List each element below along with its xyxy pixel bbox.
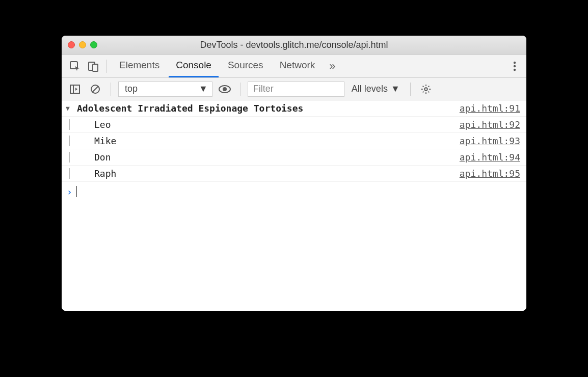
tab-label: Network [280,60,315,71]
levels-label: All levels [352,84,388,94]
context-label: top [125,84,138,94]
main-tabs-bar: Elements Console Sources Network » [62,55,526,78]
device-toolbar-icon[interactable] [85,58,101,74]
inspect-element-icon[interactable] [67,58,83,74]
console-settings-icon[interactable] [418,81,434,97]
tab-elements[interactable]: Elements [112,55,167,77]
show-console-sidebar-icon[interactable] [67,81,83,97]
svg-point-12 [424,88,427,90]
svg-point-3 [514,61,516,63]
svg-line-18 [428,91,429,92]
console-message: Leo api.html:92 [62,117,526,133]
console-message: Mike api.html:93 [62,133,526,149]
log-levels-selector[interactable]: All levels ▼ [349,84,403,94]
chevron-down-icon: ▼ [199,84,208,94]
svg-point-4 [514,65,516,67]
clear-console-icon[interactable] [87,81,103,97]
source-link[interactable]: api.html:94 [460,152,520,163]
minimize-window-button[interactable] [79,41,86,48]
group-title: Adolescent Irradiated Espionage Tortoise… [77,103,303,114]
console-prompt[interactable]: › [62,182,526,201]
window-controls [68,41,97,48]
chevron-down-icon: ▼ [391,84,400,94]
svg-point-11 [223,87,227,91]
tab-label: Console [176,60,211,71]
svg-rect-2 [93,64,98,71]
window-title: DevTools - devtools.glitch.me/console/ap… [62,40,526,50]
menu-button[interactable] [508,61,521,72]
console-group-header[interactable]: ▼ Adolescent Irradiated Espionage Tortoi… [62,100,526,117]
message-text: Don [79,152,111,163]
filter-input[interactable] [248,82,344,97]
prompt-caret-icon: › [67,186,72,197]
divider [410,83,411,96]
console-group-children: Leo api.html:92 Mike api.html:93 Don api… [62,117,526,182]
svg-line-17 [422,86,423,87]
source-link[interactable]: api.html:92 [460,119,520,130]
tab-label: Elements [119,60,159,71]
console-output: ▼ Adolescent Irradiated Espionage Tortoi… [62,100,526,311]
live-expression-icon[interactable] [217,81,233,97]
console-toolbar: top ▼ All levels ▼ [62,78,526,100]
source-link[interactable]: api.html:93 [460,136,520,146]
divider [106,60,107,73]
svg-line-19 [428,86,429,87]
svg-line-9 [92,86,98,92]
disclosure-triangle-icon[interactable]: ▼ [66,104,74,112]
window-titlebar: DevTools - devtools.glitch.me/console/ap… [62,36,526,55]
console-message: Raph api.html:95 [62,166,526,182]
overflow-label: » [329,60,335,72]
source-link[interactable]: api.html:91 [460,103,520,114]
message-text: Leo [79,119,111,130]
divider [111,83,111,96]
divider [240,83,240,96]
more-tabs-button[interactable]: » [324,60,340,73]
svg-point-5 [514,68,516,70]
maximize-window-button[interactable] [90,41,97,48]
console-message: Don api.html:94 [62,149,526,166]
svg-rect-6 [70,85,79,93]
tab-console[interactable]: Console [169,55,219,77]
devtools-window: DevTools - devtools.glitch.me/console/ap… [62,36,526,311]
execution-context-selector[interactable]: top ▼ [118,82,212,97]
tab-label: Sources [228,60,263,71]
close-window-button[interactable] [68,41,75,48]
tab-network[interactable]: Network [273,55,323,77]
svg-line-20 [422,91,423,92]
text-cursor [76,186,77,197]
message-text: Raph [79,168,116,179]
source-link[interactable]: api.html:95 [460,168,520,179]
message-text: Mike [79,136,116,146]
tab-sources[interactable]: Sources [221,55,271,77]
